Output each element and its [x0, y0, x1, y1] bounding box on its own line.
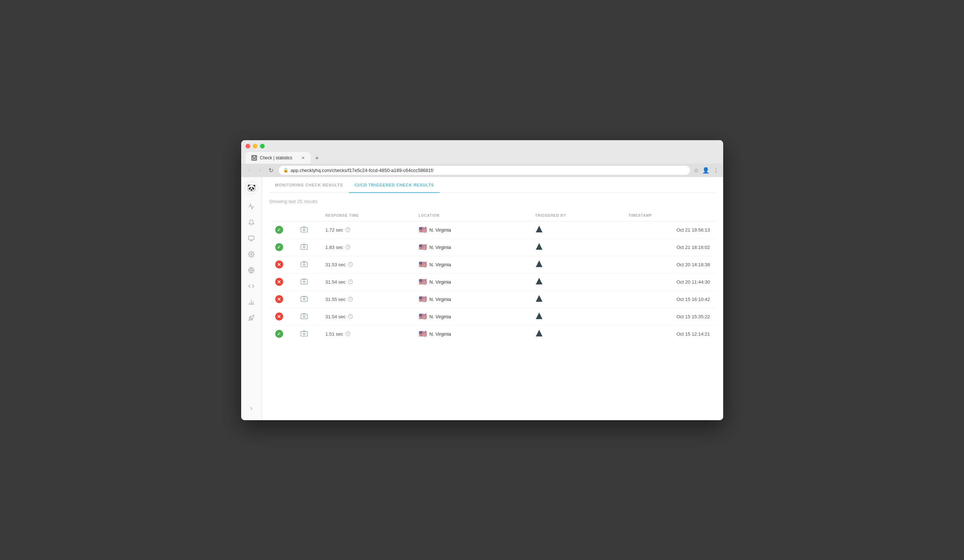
table-row[interactable]: ✕ 31.54 sec 🇺🇸 N. Virginia Oct 15 15:35:… — [269, 308, 716, 325]
col-header-triggered: TRIGGERED BY — [529, 210, 623, 221]
timestamp-cell: Oct 15 16:10:42 — [623, 291, 716, 308]
tab-close-button[interactable]: × — [301, 155, 305, 161]
pass-icon: ✓ — [275, 243, 283, 251]
location-cell: 🇺🇸 N. Virginia — [413, 273, 529, 291]
timestamp-value: Oct 20 14:18:38 — [677, 262, 710, 267]
status-cell: ✓ — [269, 239, 295, 256]
trigger-icon — [535, 242, 617, 252]
nav-buttons: ‹ › ↻ — [246, 166, 275, 174]
browser-tab[interactable]: 🐼 Check | statistics × — [246, 152, 311, 164]
location-value: 🇺🇸 N. Virginia — [419, 226, 524, 234]
response-time-value: 1.51 sec — [326, 331, 407, 337]
screenshot-cell[interactable] — [294, 221, 320, 239]
sidebar-item-settings[interactable] — [245, 248, 258, 261]
status-cell: ✕ — [269, 256, 295, 273]
more-options-icon[interactable]: ⋮ — [713, 167, 719, 174]
back-button[interactable]: ‹ — [246, 166, 254, 174]
svg-marker-17 — [536, 243, 542, 249]
table-row[interactable]: ✕ 31.54 sec 🇺🇸 N. Virginia Oct 20 11:44:… — [269, 273, 716, 291]
sidebar-item-globe[interactable] — [245, 264, 258, 277]
response-time-cell: 1.83 sec — [320, 239, 413, 256]
fail-icon: ✕ — [275, 278, 283, 286]
results-tabs: MONITORING CHECK RESULTS CI/CD TRIGGERED… — [269, 177, 716, 193]
screenshot-cell[interactable] — [294, 256, 320, 273]
location-value: 🇺🇸 N. Virginia — [419, 313, 524, 320]
screenshot-cell[interactable] — [294, 239, 320, 256]
url-bar[interactable]: 🔒 app.checklyhq.com/checks/f17e5c24-fccd… — [279, 166, 690, 175]
location-value: 🇺🇸 N. Virginia — [419, 295, 524, 303]
table-row[interactable]: ✓ 1.83 sec 🇺🇸 N. Virginia Oct 21 18:16:0… — [269, 239, 716, 256]
screenshot-cell[interactable] — [294, 325, 320, 342]
tab-title: Check | statistics — [260, 155, 299, 161]
logo: 🐼 — [245, 181, 258, 194]
svg-rect-18 — [301, 262, 307, 267]
forward-button[interactable]: › — [256, 166, 264, 174]
svg-rect-0 — [249, 236, 254, 240]
timestamp-value: Oct 15 12:14:21 — [677, 331, 710, 337]
logo-image: 🐼 — [245, 181, 258, 194]
profile-icon[interactable]: 👤 — [702, 167, 710, 174]
tab-monitoring[interactable]: MONITORING CHECK RESULTS — [269, 177, 349, 193]
col-header-location: LOCATION — [413, 210, 529, 221]
page-content: MONITORING CHECK RESULTS CI/CD TRIGGERED… — [262, 177, 723, 420]
screenshot-icon — [300, 295, 308, 303]
screenshot-cell[interactable] — [294, 308, 320, 325]
timestamp-value: Oct 15 16:10:42 — [677, 297, 710, 302]
table-row[interactable]: ✕ 31.55 sec 🇺🇸 N. Virginia Oct 15 16:10:… — [269, 291, 716, 308]
timestamp-cell: Oct 15 15:35:22 — [623, 308, 716, 325]
new-tab-button[interactable]: + — [312, 154, 322, 164]
response-time-cell: 31.54 sec — [320, 308, 413, 325]
svg-point-3 — [251, 253, 252, 255]
screenshot-icon — [300, 313, 308, 320]
timestamp-cell: Oct 15 12:14:21 — [623, 325, 716, 342]
tab-favicon: 🐼 — [251, 155, 257, 161]
triggered-by-cell — [529, 325, 623, 342]
timestamp-cell: Oct 20 11:44:30 — [623, 273, 716, 291]
reload-button[interactable]: ↻ — [267, 166, 275, 174]
trigger-icon — [535, 225, 617, 235]
svg-point-11 — [303, 229, 305, 231]
screenshot-cell[interactable] — [294, 291, 320, 308]
status-cell: ✕ — [269, 291, 295, 308]
status-cell: ✕ — [269, 308, 295, 325]
triggered-by-cell — [529, 256, 623, 273]
sidebar-item-rocket[interactable] — [245, 312, 258, 325]
location-cell: 🇺🇸 N. Virginia — [413, 239, 529, 256]
response-time-cell: 31.55 sec — [320, 291, 413, 308]
fail-icon: ✕ — [275, 313, 283, 320]
response-time-value: 31.53 sec — [326, 262, 407, 267]
sidebar-item-code[interactable] — [245, 280, 258, 293]
svg-point-35 — [303, 333, 305, 335]
col-header-status — [269, 210, 295, 221]
minimize-button[interactable] — [253, 144, 257, 148]
sidebar-item-activity[interactable] — [245, 200, 258, 213]
response-time-value: 31.55 sec — [326, 297, 407, 302]
maximize-button[interactable] — [260, 144, 265, 148]
sidebar-item-chart[interactable] — [245, 295, 258, 308]
svg-rect-34 — [301, 331, 307, 336]
table-row[interactable]: ✓ 1.51 sec 🇺🇸 N. Virginia Oct 15 12:14:2… — [269, 325, 716, 342]
table-row[interactable]: ✕ 31.53 sec 🇺🇸 N. Virginia Oct 20 14:18:… — [269, 256, 716, 273]
bookmark-icon[interactable]: ☆ — [694, 167, 699, 174]
results-table: RESPONSE TIME LOCATION TRIGGERED BY TIME… — [269, 210, 716, 342]
svg-rect-10 — [301, 227, 307, 232]
screenshot-icon — [300, 243, 308, 251]
tab-cicd[interactable]: CI/CD TRIGGERED CHECK RESULTS — [349, 177, 440, 193]
close-button[interactable] — [246, 144, 250, 148]
sidebar: 🐼 — [241, 177, 262, 420]
svg-rect-26 — [301, 297, 307, 301]
triggered-by-cell — [529, 291, 623, 308]
svg-point-23 — [303, 281, 305, 283]
status-cell: ✓ — [269, 221, 295, 239]
screenshot-cell[interactable] — [294, 273, 320, 291]
sidebar-expand-button[interactable] — [245, 402, 258, 415]
sidebar-item-alerts[interactable] — [245, 216, 258, 229]
trigger-icon — [535, 312, 617, 321]
location-cell: 🇺🇸 N. Virginia — [413, 291, 529, 308]
table-row[interactable]: ✓ 1.72 sec 🇺🇸 N. Virginia Oct 21 19:56:1… — [269, 221, 716, 239]
response-time-value: 1.83 sec — [326, 245, 407, 250]
pass-icon: ✓ — [275, 226, 283, 234]
sidebar-item-monitor[interactable] — [245, 232, 258, 245]
flag-icon: 🇺🇸 — [419, 260, 427, 268]
response-time-cell: 1.51 sec — [320, 325, 413, 342]
